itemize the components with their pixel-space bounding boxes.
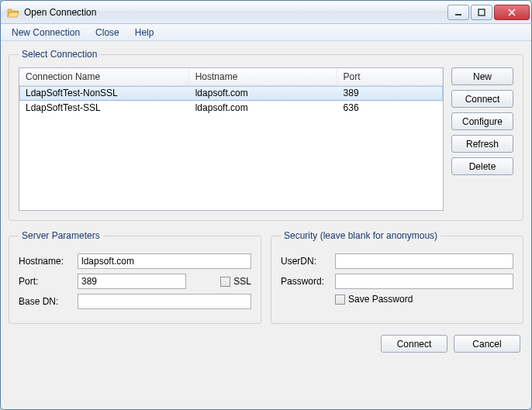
userdn-label: UserDN: bbox=[281, 256, 330, 267]
port-label: Port: bbox=[19, 276, 73, 287]
save-password-label: Save Password bbox=[348, 294, 413, 305]
col-hostname[interactable]: Hostname bbox=[188, 68, 337, 86]
menu-help[interactable]: Help bbox=[129, 26, 161, 40]
side-button-column: New Connect Configure Refresh Delete bbox=[451, 67, 513, 175]
password-input[interactable] bbox=[335, 274, 513, 289]
security-group: Security (leave blank for anonymous) Use… bbox=[271, 230, 523, 324]
content-area: Select Connection Connection Name Hostna… bbox=[1, 41, 531, 409]
refresh-button[interactable]: Refresh bbox=[451, 135, 513, 153]
col-connection-name[interactable]: Connection Name bbox=[19, 68, 188, 86]
hostname-input[interactable] bbox=[78, 253, 251, 269]
menu-new-connection[interactable]: New Connection bbox=[5, 26, 86, 40]
connection-table: Connection Name Hostname Port LdapSoftTe… bbox=[19, 68, 443, 115]
table-cell: LdapSoftTest-SSL bbox=[19, 101, 188, 115]
table-row[interactable]: LdapSoftTest-NonSSLldapsoft.com389 bbox=[19, 86, 443, 101]
table-cell: 389 bbox=[337, 86, 442, 101]
select-connection-group: Select Connection Connection Name Hostna… bbox=[9, 49, 523, 221]
table-cell: 636 bbox=[337, 101, 442, 115]
server-parameters-group: Server Parameters Hostname: Port: SSL Ba… bbox=[9, 230, 261, 324]
configure-button[interactable]: Configure bbox=[451, 112, 513, 130]
connect-button[interactable]: Connect bbox=[451, 90, 513, 108]
table-row[interactable]: LdapSoftTest-SSLldapsoft.com636 bbox=[19, 101, 443, 115]
password-label: Password: bbox=[281, 276, 330, 287]
port-input[interactable] bbox=[78, 274, 186, 289]
dialog-window: Open Connection New Connection Close Hel… bbox=[0, 0, 532, 410]
col-port[interactable]: Port bbox=[337, 68, 442, 86]
footer-cancel-button[interactable]: Cancel bbox=[454, 335, 520, 353]
minimize-button[interactable] bbox=[447, 5, 469, 20]
titlebar[interactable]: Open Connection bbox=[1, 1, 531, 24]
delete-button[interactable]: Delete bbox=[451, 157, 513, 175]
new-button[interactable]: New bbox=[451, 67, 513, 85]
server-parameters-legend: Server Parameters bbox=[19, 230, 103, 241]
menu-close[interactable]: Close bbox=[89, 26, 126, 40]
basedn-input[interactable] bbox=[78, 294, 251, 309]
close-window-button[interactable] bbox=[494, 5, 530, 20]
table-cell: ldapsoft.com bbox=[188, 101, 337, 115]
menubar: New Connection Close Help bbox=[1, 24, 531, 41]
svg-rect-1 bbox=[478, 9, 485, 16]
maximize-button[interactable] bbox=[471, 5, 492, 20]
save-password-checkbox[interactable]: Save Password bbox=[335, 294, 413, 305]
userdn-input[interactable] bbox=[335, 253, 513, 269]
folder-open-icon bbox=[7, 6, 19, 19]
hostname-label: Hostname: bbox=[19, 256, 73, 267]
basedn-label: Base DN: bbox=[19, 296, 73, 307]
ssl-checkbox[interactable]: SSL bbox=[220, 276, 251, 287]
checkbox-icon bbox=[220, 277, 230, 287]
svg-rect-0 bbox=[455, 14, 461, 16]
dialog-footer: Connect Cancel bbox=[9, 324, 523, 353]
connection-table-wrap[interactable]: Connection Name Hostname Port LdapSoftTe… bbox=[19, 67, 444, 211]
checkbox-icon bbox=[335, 295, 345, 305]
footer-connect-button[interactable]: Connect bbox=[381, 335, 447, 353]
table-cell: ldapsoft.com bbox=[188, 86, 337, 101]
table-cell: LdapSoftTest-NonSSL bbox=[19, 86, 188, 101]
window-title: Open Connection bbox=[24, 7, 446, 18]
select-connection-legend: Select Connection bbox=[19, 49, 100, 60]
security-legend: Security (leave blank for anonymous) bbox=[281, 230, 440, 241]
ssl-checkbox-label: SSL bbox=[233, 276, 251, 287]
